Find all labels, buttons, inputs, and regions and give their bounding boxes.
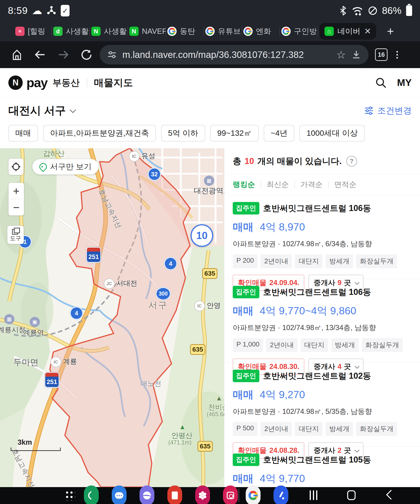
tab-yen[interactable]: 엔화 [242, 23, 280, 39]
tab-close-icon[interactable]: ✕ [364, 26, 371, 36]
listing-card[interactable]: 집주인 호반써밋그랜드센트럴 106동 매매 4억 8,970 아파트분양권 ·… [224, 195, 420, 279]
filter-chip-households[interactable]: 1000세대 이상 [299, 125, 365, 142]
filter-chip-price[interactable]: 5억 이하 [161, 125, 205, 142]
download-icon[interactable] [351, 49, 362, 60]
sort-newest[interactable]: 최신순 [267, 180, 289, 190]
owner-badge: 집주인 [233, 454, 259, 466]
map-label-elevation2: (465.6m [207, 411, 224, 418]
forward-button[interactable] [53, 45, 73, 65]
map-label-district: 서구 [148, 299, 168, 311]
home-button[interactable] [7, 45, 27, 65]
url-text[interactable]: m.land.naver.com/map/36.3081076:127.382 [122, 50, 331, 60]
taskbar [0, 487, 420, 504]
blue-app-icon[interactable] [274, 486, 288, 504]
filter-chip-age[interactable]: ~4년 [264, 125, 295, 142]
google-app-icon[interactable] [246, 486, 261, 504]
tab-naver[interactable]: N NAVER [128, 23, 165, 39]
my-menu[interactable]: MY [397, 77, 412, 88]
filter-chip-trade-type[interactable]: 매매 [8, 125, 38, 142]
site-settings-icon[interactable] [107, 49, 117, 60]
back-nav-button[interactable] [386, 490, 396, 500]
messages-app-icon[interactable] [112, 486, 127, 504]
listing-details: 아파트분양권 · 102/74.98㎡, 5/35층, 남동향 [233, 407, 412, 416]
tab-healing[interactable]: ✳ [힐링 [14, 23, 51, 39]
listings-panel: 총 10 개의 매물이 있습니다. ? 랭킹순 최신순 가격순 면적순 집주인 … [224, 148, 420, 487]
tab-dongtan[interactable]: 동탄 [166, 23, 203, 39]
listing-tag: P 1,000 [233, 338, 263, 352]
listing-tag: 방세개 [331, 338, 359, 352]
browser-app-icon[interactable] [140, 486, 154, 504]
location-selector[interactable]: 대전시 서구 [8, 103, 74, 118]
tab-count-button[interactable]: 16 [375, 48, 388, 61]
location-name: 대전시 서구 [8, 103, 66, 118]
condition-change-button[interactable]: 조건변경 [364, 105, 412, 116]
tab-label: 유튜브 [218, 26, 241, 36]
sliders-icon [364, 106, 374, 116]
map-scale-label: 3km [18, 438, 61, 447]
tab-privacy-2[interactable]: N 사생활 [90, 23, 128, 39]
wifi-icon [351, 5, 363, 16]
tab-separator [317, 26, 318, 36]
listing-card[interactable]: 집주인 호반써밋그랜드센트럴 106동 매매 4억 9,770~4억 9,860… [224, 279, 420, 363]
site-header: N pay 부동산 매물지도 MY [0, 68, 420, 97]
listing-summary: 총 10 개의 매물이 있습니다. ? [224, 148, 420, 174]
tab-privacy-1[interactable]: d 사생활 [52, 23, 90, 39]
browser-menu-icon[interactable] [396, 51, 398, 59]
map-label-ic-gyeryong: IC계룡 [50, 357, 77, 367]
listing-tag: 화장실두개 [362, 338, 403, 352]
sort-price[interactable]: 가격순 [300, 180, 323, 190]
listing-details: 아파트분양권 · 102/74.98㎡, 6/34층, 남동향 [233, 239, 412, 249]
back-button[interactable] [30, 45, 50, 65]
listing-card[interactable]: 집주인 호반써밋그랜드센트럴 102동 매매 4억 9,270 아파트분양권 ·… [224, 363, 420, 447]
help-icon[interactable]: ? [346, 156, 357, 167]
listing-price: 4억 9,770~4억 9,860 [260, 305, 357, 317]
trade-type: 매매 [233, 473, 254, 484]
weather-cloud-icon: ☁ [32, 6, 42, 16]
recents-button[interactable] [310, 490, 317, 500]
map-canvas[interactable]: 갑하산 (468.7m) IC유성 대전광역시 ▦ 호남고속지선 JC서대전 서… [0, 148, 224, 487]
zoom-in-button[interactable]: + [9, 183, 24, 199]
url-bar[interactable]: m.land.naver.com/map/36.3081076:127.382 … [100, 45, 369, 64]
listing-tag: 대단지 [295, 422, 323, 436]
refresh-button[interactable] [77, 45, 97, 65]
bookmark-star-icon[interactable]: ☆ [336, 48, 346, 61]
filter-chip-property-type[interactable]: 아파트,아파트분양권,재건축 [43, 125, 156, 142]
map-label-station: 계룡역 [23, 328, 44, 337]
current-location-button[interactable] [8, 158, 24, 175]
expressway-shield-251: 251 [44, 372, 59, 388]
sort-ranking[interactable]: 랭킹순 [233, 180, 255, 190]
chevron-down-icon [355, 364, 359, 368]
map-label-ic-yuseong: IC유성 [129, 151, 155, 162]
map-label-mountain2: 천비산 [208, 402, 224, 412]
map-tools-button[interactable]: 도구 [7, 226, 24, 244]
new-tab-button[interactable]: + [387, 24, 394, 38]
tab-naver-land-active[interactable]: ⌂ 네이버 ✕ [319, 23, 376, 40]
sort-area[interactable]: 면적순 [334, 180, 357, 190]
owner-badge: 집주인 [233, 202, 259, 215]
phone-app-icon[interactable] [84, 486, 99, 504]
home-nav-button[interactable] [347, 490, 356, 500]
naver-n-logo: N [8, 76, 23, 90]
tab-jobs[interactable]: 구인방 [280, 23, 317, 39]
zoom-controls: + − [8, 182, 24, 216]
zoom-out-button[interactable]: − [9, 199, 24, 216]
search-icon[interactable] [375, 77, 387, 89]
district-only-button[interactable]: 서구만 보기 [32, 159, 99, 175]
camera-app-icon[interactable] [223, 486, 238, 504]
peak-icon: ▲ [179, 423, 186, 431]
tab-label: 사생활 [104, 26, 127, 36]
listing-tag: P 500 [233, 422, 257, 436]
map-label-mountain: 갑하산 [43, 149, 65, 158]
red-app-icon[interactable] [167, 486, 182, 504]
gallery-flower-app-icon[interactable] [195, 486, 210, 504]
chevron-down-icon [70, 107, 76, 113]
listing-title: 호반써밋그랜드센트럴 106동 [263, 287, 371, 298]
summary-count: 10 [244, 156, 254, 166]
listing-price: 4억 9,270 [260, 389, 305, 401]
filter-chip-area[interactable]: 99~132㎡ [210, 125, 258, 142]
listing-cluster-marker[interactable]: 10 [190, 224, 213, 247]
listing-price: 4억 8,970 [260, 221, 305, 233]
tab-youtube[interactable]: 유튜브 [204, 23, 242, 39]
naver-pay-logo[interactable]: N pay 부동산 매물지도 [8, 75, 133, 90]
app-drawer-button[interactable] [64, 490, 75, 501]
